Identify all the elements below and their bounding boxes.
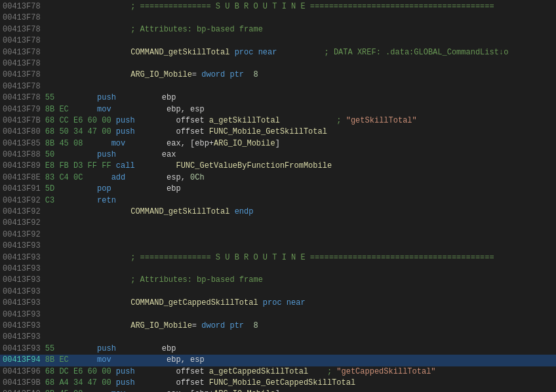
line-pop-ebp1: 00413F91 5D pop ebp xyxy=(0,184,556,195)
line-push-offset2: 00413F96 68 DC E6 60 00 push offset a_ge… xyxy=(0,366,556,378)
separator-text: ; =============== S U B R O U T I N E ==… xyxy=(55,1,494,12)
addr: 00413F93 xyxy=(3,241,55,252)
line-push-func2: 00413F9B 68 A4 34 47 00 push offset FUNC… xyxy=(0,378,556,389)
line-blank1: 00413F78 xyxy=(0,12,556,24)
mnemonic: push xyxy=(97,343,143,355)
proc-text: COMMAND_getSkillTotal proc near xyxy=(55,47,324,58)
operand: ebp, esp xyxy=(143,104,205,115)
line-push-func1: 00413F80 68 50 34 47 00 push offset FUNC… xyxy=(0,127,556,138)
operand: esp, 0Ch xyxy=(143,172,205,184)
operand: offset a_getCappedSkillTotal xyxy=(157,366,327,378)
line-push-eax1: 00413F88 50 push eax xyxy=(0,149,556,161)
mnemonic: add xyxy=(97,172,143,184)
arg-text2: ARG_IO_Mobile= dword ptr 8 xyxy=(55,321,258,332)
xref-comment: ; DATA XREF: .data:GLOBAL_CommandList↓o xyxy=(324,47,508,58)
line-attrs1: 00413F78 ; Attributes: bp-based frame xyxy=(0,24,556,35)
addr: 00413F93 xyxy=(3,321,55,332)
line-blank9: 00413F93 xyxy=(0,286,556,298)
addr-highlighted: 00413F94 8B EC xyxy=(3,355,97,366)
addr: 00413F78 55 xyxy=(3,92,97,104)
mnemonic: push xyxy=(111,127,157,138)
line-endp1: 00413F92 COMMAND_getSkillTotal endp xyxy=(0,206,556,218)
addr: 00413F96 68 DC E6 60 00 xyxy=(3,366,111,378)
addr: 00413F93 xyxy=(3,298,55,309)
line-blank6: 00413F92 xyxy=(0,229,556,241)
mnemonic: push xyxy=(111,366,157,378)
addr: 00413F93 55 xyxy=(3,343,97,355)
code-view: 00413F78 ; =============== S U B R O U T… xyxy=(0,0,556,392)
line-separator2: 00413F93 ; =============== S U B R O U T… xyxy=(0,252,556,264)
addr: 00413F78 xyxy=(3,81,55,92)
line-retn1: 00413F92 C3 retn xyxy=(0,195,556,206)
separator-text2: ; =============== S U B R O U T I N E ==… xyxy=(55,252,494,264)
addr: 00413F93 xyxy=(3,275,55,286)
addr: 00413F88 50 xyxy=(3,149,97,161)
mnemonic: push xyxy=(97,149,143,161)
addr: 00413F80 68 50 34 47 00 xyxy=(3,127,111,138)
line-push-offset1: 00413F7B 68 CC E6 60 00 push offset a_ge… xyxy=(0,115,556,127)
mnemonic: mov xyxy=(97,355,143,366)
addr: 00413F79 8B EC xyxy=(3,104,97,115)
addr: 00413F78 xyxy=(3,24,55,35)
line-proc-decl1: 00413F78 COMMAND_getSkillTotal proc near… xyxy=(0,47,556,58)
line-proc-decl2: 00413F93 COMMAND_getCappedSkillTotal pro… xyxy=(0,298,556,309)
mnemonic: push xyxy=(97,92,143,104)
addr: 00413F78 xyxy=(3,69,55,81)
operand: ebp, esp xyxy=(143,355,205,366)
mnemonic: mov xyxy=(97,104,143,115)
line-attrs2: 00413F93 ; Attributes: bp-based frame xyxy=(0,275,556,286)
line-blank3: 00413F78 xyxy=(0,58,556,69)
arg-text: ARG_IO_Mobile= dword ptr 8 xyxy=(55,69,258,81)
addr: 00413F91 5D xyxy=(3,184,97,195)
addr: 00413F93 xyxy=(3,309,55,321)
addr: 00413F78 xyxy=(3,35,55,47)
addr: 00413F92 xyxy=(3,229,55,241)
mnemonic: mov xyxy=(97,389,143,392)
mnemonic: call xyxy=(111,161,157,172)
comment: ; "getCappedSkillTotal" xyxy=(327,366,436,378)
addr: 00413FA0 8B 45 08 xyxy=(3,389,97,392)
line-blank10: 00413F93 xyxy=(0,309,556,321)
operand: ebp xyxy=(143,343,176,355)
operand: offset a_getSkillTotal xyxy=(157,115,337,127)
addr: 00413F89 E8 FB D3 FF FF xyxy=(3,161,111,172)
addr: 00413F8E 83 C4 0C xyxy=(3,172,97,184)
comment: ; "getSkillTotal" xyxy=(336,115,416,127)
addr: 00413F78 xyxy=(3,47,55,58)
comment-text2: ; Attributes: bp-based frame xyxy=(55,275,263,286)
mnemonic: mov xyxy=(97,138,143,149)
addr: 00413F78 xyxy=(3,1,55,12)
line-mov-ebp-esp2-highlighted: 00413F94 8B EC mov ebp, esp xyxy=(0,355,556,366)
operand: eax, [ebp+ARG_IO_Mobile] xyxy=(143,389,280,392)
line-mov-eax1: 00413F85 8B 45 08 mov eax, [ebp+ARG_IO_M… xyxy=(0,138,556,149)
endp-text: COMMAND_getSkillTotal endp xyxy=(55,206,253,218)
mnemonic: retn xyxy=(97,195,143,206)
addr: 00413F78 xyxy=(3,12,55,24)
addr: 00413F93 xyxy=(3,286,55,298)
operand: eax, [ebp+ARG_IO_Mobile] xyxy=(143,138,280,149)
proc-text2: COMMAND_getCappedSkillTotal proc near xyxy=(55,298,306,309)
line-blank5: 00413F92 xyxy=(0,218,556,229)
addr: 00413F7B 68 CC E6 60 00 xyxy=(3,115,111,127)
addr: 00413F92 xyxy=(3,218,55,229)
addr: 00413F92 xyxy=(3,206,55,218)
mnemonic: push xyxy=(111,378,157,389)
addr: 00413F78 xyxy=(3,58,55,69)
line-mov-ebp-esp1: 00413F79 8B EC mov ebp, esp xyxy=(0,104,556,115)
line-push-ebp2: 00413F93 55 push ebp xyxy=(0,343,556,355)
operand: offset FUNC_Mobile_GetSkillTotal xyxy=(157,127,327,138)
mnemonic: push xyxy=(111,115,157,127)
mnemonic: pop xyxy=(97,184,143,195)
line-arg-decl1: 00413F78 ARG_IO_Mobile= dword ptr 8 xyxy=(0,69,556,81)
addr: 00413F93 xyxy=(3,252,55,264)
operand: eax xyxy=(143,149,176,161)
line-blank11: 00413F93 xyxy=(0,332,556,343)
line-blank2: 00413F78 xyxy=(0,35,556,47)
operand: FUNC_GetValueByFunctionFromMobile xyxy=(157,161,332,172)
line-separator1: 00413F78 ; =============== S U B R O U T… xyxy=(0,1,556,12)
line-call1: 00413F89 E8 FB D3 FF FF call FUNC_GetVal… xyxy=(0,161,556,172)
line-push-ebp1: 00413F78 55 push ebp xyxy=(0,92,556,104)
addr: 00413F93 xyxy=(3,332,55,343)
addr: 00413F93 xyxy=(3,264,55,275)
addr: 00413F85 8B 45 08 xyxy=(3,138,97,149)
